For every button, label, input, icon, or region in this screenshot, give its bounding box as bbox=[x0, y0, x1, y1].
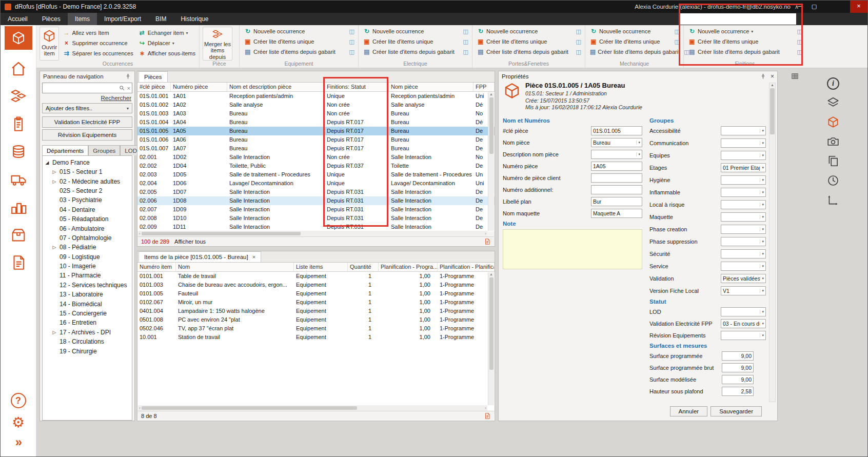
paste-icon[interactable]: ◫ bbox=[345, 49, 354, 55]
field-input[interactable]: Maquette A▾ bbox=[591, 209, 642, 218]
pages-icon[interactable] bbox=[826, 154, 840, 168]
paste-icon[interactable]: ◫ bbox=[793, 49, 802, 55]
table-row[interactable]: 01S.01.004 1A04 Bureau Depuis RT.017 Bur… bbox=[137, 118, 495, 127]
ribbon-button[interactable]: ∗ Afficher sous-items ▾ bbox=[137, 48, 197, 58]
pin-icon[interactable] bbox=[760, 73, 766, 80]
field-select[interactable]: ▾ bbox=[721, 307, 766, 316]
tree-collapsed-icon[interactable]: ▷ bbox=[52, 245, 57, 250]
field-input[interactable]: 01S.01.005▾ bbox=[591, 126, 642, 135]
field-select[interactable]: ▾ bbox=[721, 262, 766, 271]
search-link[interactable]: Rechercher bbox=[101, 95, 131, 101]
measure-icon[interactable] bbox=[826, 193, 840, 207]
field-select[interactable]: ▾ bbox=[721, 249, 766, 259]
pin-icon[interactable] bbox=[125, 73, 131, 80]
ribbon-button[interactable]: ↻ Nouvelle occurrence▾ ◫ bbox=[362, 26, 470, 36]
ribbon-button[interactable]: ▤ Créer liste d'items depuis gabarit▾ ◫ bbox=[476, 47, 583, 57]
tree-collapsed-icon[interactable]: ▷ bbox=[52, 179, 57, 184]
ribbon-button[interactable]: ▣ Créer lite d'items unique▾ ◫ bbox=[243, 36, 356, 47]
tree-item[interactable]: ▷ 01S - Secteur 1 bbox=[45, 167, 132, 176]
column-header[interactable]: Finitions: Statut bbox=[325, 83, 389, 91]
tree-item[interactable]: ▷ 18 - Circulations bbox=[45, 337, 132, 346]
tree-item[interactable]: ▷ 17 - Archives - DPI bbox=[45, 328, 132, 337]
info-icon[interactable]: i bbox=[827, 77, 839, 90]
tree-item[interactable]: ▷ 15 - Conciergerie bbox=[45, 309, 132, 318]
camera-icon[interactable] bbox=[826, 135, 840, 148]
tree-item[interactable]: ▷ 16 - Entretien bbox=[45, 318, 132, 327]
field-input[interactable]: ▾ bbox=[591, 150, 642, 159]
help-icon[interactable]: ? bbox=[11, 393, 26, 408]
paste-icon[interactable]: ◫ bbox=[670, 28, 680, 35]
column-header[interactable]: #clé pièce bbox=[137, 83, 171, 91]
tree-item[interactable]: ▷ 10 - Imagerie bbox=[45, 262, 132, 271]
column-header[interactable]: Numéro item bbox=[137, 263, 176, 271]
field-select[interactable]: ▾ bbox=[721, 126, 766, 135]
field-select[interactable]: V1▾ bbox=[721, 286, 766, 295]
layers-icon[interactable] bbox=[826, 96, 840, 109]
table-row[interactable]: 02.006 1D08 Salle Interaction Depuis RT.… bbox=[137, 196, 495, 205]
tree-item[interactable]: ▷ 04 - Dentaire bbox=[45, 205, 132, 214]
table-row[interactable]: 02.004 1D06 Lavage/ Decontamination Uniq… bbox=[137, 179, 495, 188]
note-textarea[interactable] bbox=[503, 229, 642, 269]
ribbon-button[interactable]: ↻ Nouvelle occurrence▾ ◫ bbox=[243, 26, 356, 36]
paste-icon[interactable]: ◫ bbox=[793, 38, 802, 45]
tree-item[interactable]: ▷ 06 - Ambulatoire bbox=[45, 224, 132, 233]
table-row[interactable]: 0502.046 TV, app 37 "écran plat Equipeme… bbox=[137, 324, 495, 333]
table-row[interactable]: 02.009 1D11 Salle Interaction Depuis RT.… bbox=[137, 223, 495, 231]
field-input[interactable]: ▾ bbox=[591, 173, 642, 183]
close-button[interactable]: × bbox=[850, 1, 867, 13]
model-cube-icon[interactable] bbox=[826, 115, 840, 129]
tab-items-of-room[interactable]: Items de la pièce [01S.01.005 - Bureau] … bbox=[139, 251, 261, 262]
ribbon-button[interactable]: ↻ Nouvelle occurrence▾ ◫ bbox=[476, 26, 583, 36]
field-select[interactable]: Pièces validées▾ bbox=[721, 274, 766, 283]
paste-icon[interactable]: ◫ bbox=[345, 38, 354, 45]
ribbon-button[interactable]: ▤ Créer liste d'items depuis gabarit▾ ◫ bbox=[687, 47, 804, 57]
paste-icon[interactable]: ◫ bbox=[459, 49, 468, 55]
field-select[interactable]: ▾ bbox=[721, 331, 766, 340]
table-row[interactable]: 02.005 1D07 Salle Interaction Depuis RT.… bbox=[137, 188, 495, 196]
ribbon-button[interactable]: ⇉ Séparer les occurrences bbox=[61, 48, 134, 58]
table-row[interactable]: 01S.01.007 1A07 Bureau Depuis RT.017 Bur… bbox=[137, 144, 495, 153]
nav-tab[interactable]: Départements bbox=[42, 145, 88, 155]
tree-collapsed-icon[interactable]: ▷ bbox=[52, 330, 57, 335]
horizontal-scrollbar[interactable]: ‹› bbox=[138, 405, 487, 411]
tree-item[interactable]: ▷ 07 - Ophtalmologie bbox=[45, 233, 132, 243]
vertical-scrollbar[interactable]: ▲ bbox=[488, 272, 494, 405]
table-row[interactable]: 02.003 1D05 Salle de traitement - Proced… bbox=[137, 170, 495, 179]
table-row[interactable]: 0501.008 PC avec environ 24 "plat Equipe… bbox=[137, 315, 495, 324]
field-select[interactable]: ▾ bbox=[721, 138, 766, 148]
field-input[interactable]: Bureau▾ bbox=[591, 138, 642, 147]
table-row[interactable]: 0101.001 Table de travail Equipement 1 1… bbox=[137, 272, 495, 281]
ribbon-collapse-icon[interactable]: ∧ bbox=[795, 1, 799, 13]
field-select[interactable]: 03 - En cours de▾ bbox=[721, 319, 766, 328]
menu-item[interactable]: BIM bbox=[148, 13, 173, 25]
field-select[interactable]: ▾ bbox=[721, 188, 766, 197]
ribbon-button[interactable]: ▤ Créer liste d'items depuis gabarit▾ ◫ bbox=[362, 47, 470, 57]
table-row[interactable]: 0102.067 Miroir, un mur Equipement 1 1,0… bbox=[137, 298, 495, 307]
vertical-scrollbar[interactable]: ▲ bbox=[769, 83, 776, 402]
table-row[interactable]: 10.001 Station de travail Equipement 1 1… bbox=[137, 333, 495, 342]
tree-item[interactable]: ▷ 02S - Secteur 2 bbox=[45, 186, 132, 195]
table-row[interactable]: 02.002 1D04 Toilette, Public Depuis RT.0… bbox=[137, 162, 495, 170]
tree-item[interactable]: ▷ 08 - Pédiatrie bbox=[45, 243, 132, 252]
table-row[interactable]: 0401.004 Lampadaire 1: 150 watts halogèn… bbox=[137, 307, 495, 315]
tree-collapsed-icon[interactable]: ▷ bbox=[52, 169, 57, 174]
table-row[interactable]: 0101.003 Chaise de bureau avec accoudoir… bbox=[137, 281, 495, 289]
table-row[interactable]: 01S.01.006 1A06 Bureau Depuis RT.017 Bur… bbox=[137, 135, 495, 144]
menu-item[interactable]: Import/Export bbox=[97, 13, 148, 25]
table-row[interactable]: 0101.005 Fauteuil Equipement 1 1,00 1-Pr… bbox=[137, 289, 495, 298]
sidebar-item-items[interactable] bbox=[10, 88, 27, 105]
menu-item[interactable]: Historique bbox=[173, 13, 215, 25]
tree-item[interactable]: ▷ 03 - Psychiatrie bbox=[45, 195, 132, 205]
column-header[interactable]: Nom pièce bbox=[389, 83, 474, 91]
add-filters-dropdown[interactable]: Ajouter des filtres.. ▾ bbox=[42, 103, 132, 113]
ribbon-button[interactable]: ▣ Créer lite d'items unique▾ ◫ bbox=[362, 36, 470, 47]
field-input[interactable]: Bur▾ bbox=[591, 197, 642, 206]
paste-icon[interactable]: ◫ bbox=[572, 49, 581, 55]
revision-equipements-button[interactable]: Révision Equipements bbox=[42, 129, 132, 141]
field-select[interactable]: ▾ bbox=[721, 175, 766, 185]
table-row[interactable]: 02.001 1D02 Salle Interaction Non crée S… bbox=[137, 153, 495, 162]
column-header[interactable]: Liste items bbox=[294, 263, 348, 271]
field-select[interactable]: ▾ bbox=[721, 212, 766, 222]
horizontal-scrollbar[interactable]: ‹› bbox=[138, 231, 487, 236]
sidebar-item-lists[interactable] bbox=[10, 115, 27, 133]
